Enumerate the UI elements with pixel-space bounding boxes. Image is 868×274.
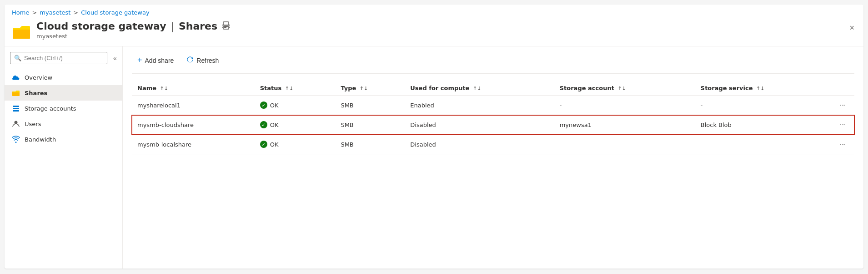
cell-name: mysharelocal1 — [132, 96, 255, 115]
cell-compute: Enabled — [405, 96, 554, 115]
main-layout: 🔍 « Overview Shares Storage accounts Use… — [5, 46, 863, 269]
add-share-button[interactable]: + Add share — [132, 53, 179, 68]
collapse-sidebar-button[interactable]: « — [111, 53, 119, 64]
cell-storage-service: - — [695, 96, 832, 115]
title-section: Shares — [179, 20, 217, 32]
sidebar-item-label: Users — [25, 121, 41, 127]
breadcrumb-current[interactable]: Cloud storage gateway — [81, 9, 149, 16]
folder-icon — [12, 89, 20, 97]
refresh-button[interactable]: Refresh — [181, 53, 224, 68]
svg-rect-7 — [13, 106, 19, 107]
user-icon — [12, 120, 20, 128]
cell-compute: Disabled — [405, 135, 554, 154]
svg-rect-9 — [13, 110, 19, 112]
svg-rect-2 — [223, 22, 229, 25]
col-type[interactable]: Type ↑↓ — [335, 81, 405, 96]
status-ok-icon — [260, 101, 267, 109]
table-header: Name ↑↓ Status ↑↓ Type ↑↓ Used for com — [132, 81, 854, 96]
header-subtitle: myasetest — [36, 33, 856, 40]
status-label: OK — [270, 141, 279, 148]
cell-storage-account: - — [554, 135, 695, 154]
cell-more[interactable]: ··· — [832, 96, 854, 115]
print-icon[interactable] — [222, 21, 230, 31]
status-label: OK — [270, 122, 279, 128]
search-row: 🔍 « — [5, 52, 122, 64]
sidebar-item-overview[interactable]: Overview — [5, 70, 122, 85]
toolbar: + Add share Refresh — [132, 53, 854, 74]
sidebar-item-users[interactable]: Users — [5, 116, 122, 132]
sort-compute-icon: ↑↓ — [473, 86, 481, 91]
page-title: Cloud storage gateway | Shares — [36, 20, 856, 32]
svg-rect-4 — [224, 26, 228, 27]
refresh-icon — [186, 56, 194, 65]
cell-storage-account: - — [554, 96, 695, 115]
cell-storage-account: mynewsa1 — [554, 115, 695, 135]
cell-more[interactable]: ··· — [832, 135, 854, 154]
cell-name: mysmb-cloudshare — [132, 115, 255, 135]
search-input[interactable] — [24, 55, 103, 61]
close-button[interactable]: × — [848, 21, 856, 35]
sidebar-item-label: Bandwidth — [25, 136, 56, 143]
add-icon: + — [137, 56, 142, 65]
storage-icon — [12, 104, 20, 112]
sort-name-icon: ↑↓ — [160, 86, 168, 91]
status-label: OK — [270, 102, 279, 109]
wifi-icon — [12, 135, 20, 143]
sidebar-item-shares[interactable]: Shares — [5, 85, 122, 101]
breadcrumb-home[interactable]: Home — [12, 9, 29, 16]
more-actions-button[interactable]: ··· — [837, 100, 848, 110]
refresh-label: Refresh — [196, 57, 219, 64]
resource-icon — [12, 21, 31, 41]
content-area: + Add share Refresh N — [123, 46, 863, 269]
title-separator: | — [171, 20, 174, 32]
page-header: Cloud storage gateway | Shares myasetest — [5, 19, 863, 46]
search-icon: 🔍 — [14, 55, 21, 61]
more-actions-button[interactable]: ··· — [837, 139, 848, 149]
col-actions — [832, 81, 854, 96]
sidebar-item-bandwidth[interactable]: Bandwidth — [5, 132, 122, 147]
cell-type: SMB — [335, 115, 405, 135]
nav-items: Overview Shares Storage accounts Users B… — [5, 70, 122, 147]
sort-type-icon: ↑↓ — [360, 86, 368, 91]
cell-storage-service: - — [695, 135, 832, 154]
breadcrumb-sep2: > — [73, 9, 78, 16]
more-actions-button[interactable]: ··· — [837, 120, 848, 130]
svg-rect-8 — [13, 108, 19, 109]
breadcrumb-resource[interactable]: myasetest — [40, 9, 70, 16]
sidebar: 🔍 « Overview Shares Storage accounts Use… — [5, 46, 123, 269]
header-text: Cloud storage gateway | Shares myasetest — [36, 20, 856, 40]
sidebar-item-label: Shares — [25, 90, 47, 96]
add-share-label: Add share — [145, 57, 174, 64]
cell-status: OK — [255, 135, 336, 154]
sort-status-icon: ↑↓ — [285, 86, 293, 91]
table-row[interactable]: mysmb-localshare OK SMB Disabled - - ··· — [132, 135, 854, 154]
svg-rect-1 — [13, 30, 30, 39]
svg-rect-5 — [224, 27, 226, 28]
search-box[interactable]: 🔍 — [10, 52, 107, 64]
col-status[interactable]: Status ↑↓ — [255, 81, 336, 96]
col-used-for-compute[interactable]: Used for compute ↑↓ — [405, 81, 554, 96]
cell-more[interactable]: ··· — [832, 115, 854, 135]
col-storage-service[interactable]: Storage service ↑↓ — [695, 81, 832, 96]
sidebar-item-label: Storage accounts — [25, 105, 76, 112]
cell-compute: Disabled — [405, 115, 554, 135]
cloud-icon — [12, 73, 20, 81]
cell-type: SMB — [335, 96, 405, 115]
cell-status: OK — [255, 115, 336, 135]
cell-type: SMB — [335, 135, 405, 154]
cell-status: OK — [255, 96, 336, 115]
table-row[interactable]: mysharelocal1 OK SMB Enabled - - ··· — [132, 96, 854, 115]
cell-storage-service: Block Blob — [695, 115, 832, 135]
status-ok-icon — [260, 141, 267, 148]
col-storage-account[interactable]: Storage account ↑↓ — [554, 81, 695, 96]
sidebar-item-label: Overview — [25, 74, 52, 81]
sidebar-item-storage-accounts[interactable]: Storage accounts — [5, 101, 122, 116]
table-body: mysharelocal1 OK SMB Enabled - - ··· mys… — [132, 96, 854, 154]
shares-table: Name ↑↓ Status ↑↓ Type ↑↓ Used for com — [132, 81, 854, 154]
cell-name: mysmb-localshare — [132, 135, 255, 154]
breadcrumb-sep1: > — [32, 9, 37, 16]
title-resource: Cloud storage gateway — [36, 20, 166, 32]
col-name[interactable]: Name ↑↓ — [132, 81, 255, 96]
breadcrumb: Home > myasetest > Cloud storage gateway — [5, 5, 863, 19]
table-row[interactable]: mysmb-cloudshare OK SMB Disabled mynewsa… — [132, 115, 854, 135]
